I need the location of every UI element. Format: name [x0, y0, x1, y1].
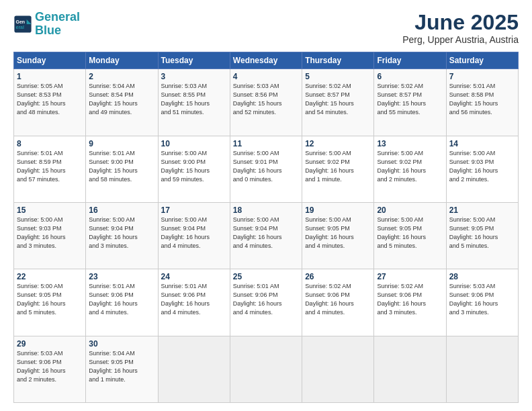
day-number: 3 [161, 72, 227, 81]
logo: Gen eral GeneralBlue [13, 11, 80, 38]
day-info: Sunrise: 5:00 AM Sunset: 9:02 PM Dayligh… [377, 149, 443, 184]
calendar-title: June 2025 [402, 11, 519, 34]
day-number: 19 [305, 205, 371, 215]
col-saturday: Saturday [446, 52, 518, 69]
calendar-cell-w5-d5 [374, 336, 446, 402]
day-info: Sunrise: 5:01 AM Sunset: 8:59 PM Dayligh… [17, 149, 83, 184]
day-info: Sunrise: 5:04 AM Sunset: 8:54 PM Dayligh… [89, 82, 154, 117]
calendar-cell-w2-d5: 13Sunrise: 5:00 AM Sunset: 9:02 PM Dayli… [374, 136, 446, 202]
day-number: 23 [89, 272, 154, 281]
day-number: 11 [233, 139, 299, 148]
day-number: 30 [89, 339, 154, 349]
day-number: 27 [377, 272, 443, 281]
day-number: 17 [161, 205, 227, 215]
day-number: 21 [449, 205, 515, 215]
day-info: Sunrise: 5:03 AM Sunset: 8:55 PM Dayligh… [161, 82, 227, 117]
col-sunday: Sunday [14, 52, 86, 69]
day-number: 12 [305, 139, 371, 148]
calendar-week-4: 22Sunrise: 5:00 AM Sunset: 9:05 PM Dayli… [14, 269, 519, 336]
day-info: Sunrise: 5:01 AM Sunset: 9:06 PM Dayligh… [89, 282, 154, 317]
day-info: Sunrise: 5:00 AM Sunset: 9:04 PM Dayligh… [89, 216, 154, 250]
calendar-cell-w4-d0: 22Sunrise: 5:00 AM Sunset: 9:05 PM Dayli… [14, 269, 86, 336]
day-info: Sunrise: 5:00 AM Sunset: 9:03 PM Dayligh… [17, 216, 83, 250]
calendar-cell-w1-d3: 4Sunrise: 5:03 AM Sunset: 8:56 PM Daylig… [230, 69, 302, 136]
day-info: Sunrise: 5:03 AM Sunset: 8:56 PM Dayligh… [233, 82, 299, 117]
day-number: 25 [233, 272, 299, 281]
calendar-week-2: 8Sunrise: 5:01 AM Sunset: 8:59 PM Daylig… [14, 136, 519, 202]
day-info: Sunrise: 5:02 AM Sunset: 8:57 PM Dayligh… [305, 82, 371, 117]
calendar-cell-w2-d1: 9Sunrise: 5:01 AM Sunset: 9:00 PM Daylig… [86, 136, 158, 202]
col-friday: Friday [374, 52, 446, 69]
calendar-cell-w4-d3: 25Sunrise: 5:01 AM Sunset: 9:06 PM Dayli… [230, 269, 302, 336]
calendar-cell-w5-d6 [446, 336, 518, 402]
calendar-cell-w3-d1: 16Sunrise: 5:00 AM Sunset: 9:04 PM Dayli… [86, 202, 158, 269]
calendar-cell-w5-d4 [302, 336, 374, 402]
calendar-cell-w2-d3: 11Sunrise: 5:00 AM Sunset: 9:01 PM Dayli… [230, 136, 302, 202]
calendar-cell-w1-d2: 3Sunrise: 5:03 AM Sunset: 8:55 PM Daylig… [158, 69, 230, 136]
col-wednesday: Wednesday [230, 52, 302, 69]
calendar-cell-w2-d2: 10Sunrise: 5:00 AM Sunset: 9:00 PM Dayli… [158, 136, 230, 202]
day-number: 4 [233, 72, 299, 81]
calendar-cell-w4-d5: 27Sunrise: 5:02 AM Sunset: 9:06 PM Dayli… [374, 269, 446, 336]
day-number: 24 [161, 272, 227, 281]
day-info: Sunrise: 5:00 AM Sunset: 9:05 PM Dayligh… [377, 216, 443, 250]
col-thursday: Thursday [302, 52, 374, 69]
day-number: 7 [449, 72, 515, 81]
day-info: Sunrise: 5:00 AM Sunset: 9:00 PM Dayligh… [161, 149, 227, 184]
day-info: Sunrise: 5:05 AM Sunset: 8:53 PM Dayligh… [17, 82, 83, 117]
day-number: 10 [161, 139, 227, 148]
day-info: Sunrise: 5:01 AM Sunset: 9:00 PM Dayligh… [89, 149, 154, 184]
calendar-cell-w4-d2: 24Sunrise: 5:01 AM Sunset: 9:06 PM Dayli… [158, 269, 230, 336]
calendar-cell-w2-d6: 14Sunrise: 5:00 AM Sunset: 9:03 PM Dayli… [446, 136, 518, 202]
day-number: 16 [89, 205, 154, 215]
calendar-cell-w3-d4: 19Sunrise: 5:00 AM Sunset: 9:05 PM Dayli… [302, 202, 374, 269]
col-monday: Monday [86, 52, 158, 69]
calendar-cell-w3-d0: 15Sunrise: 5:00 AM Sunset: 9:03 PM Dayli… [14, 202, 86, 269]
day-info: Sunrise: 5:00 AM Sunset: 9:05 PM Dayligh… [17, 282, 83, 317]
day-number: 1 [17, 72, 83, 81]
day-info: Sunrise: 5:03 AM Sunset: 9:06 PM Dayligh… [449, 282, 515, 317]
calendar-week-3: 15Sunrise: 5:00 AM Sunset: 9:03 PM Dayli… [14, 202, 519, 269]
day-info: Sunrise: 5:03 AM Sunset: 9:06 PM Dayligh… [17, 349, 83, 384]
day-number: 9 [89, 139, 154, 148]
calendar-cell-w2-d4: 12Sunrise: 5:00 AM Sunset: 9:02 PM Dayli… [302, 136, 374, 202]
calendar-table: Sunday Monday Tuesday Wednesday Thursday… [13, 52, 519, 403]
calendar-cell-w5-d0: 29Sunrise: 5:03 AM Sunset: 9:06 PM Dayli… [14, 336, 86, 402]
day-info: Sunrise: 5:02 AM Sunset: 8:57 PM Dayligh… [377, 82, 443, 117]
calendar-cell-w5-d2 [158, 336, 230, 402]
calendar-cell-w1-d5: 6Sunrise: 5:02 AM Sunset: 8:57 PM Daylig… [374, 69, 446, 136]
day-number: 13 [377, 139, 443, 148]
day-info: Sunrise: 5:02 AM Sunset: 9:06 PM Dayligh… [377, 282, 443, 317]
calendar-week-5: 29Sunrise: 5:03 AM Sunset: 9:06 PM Dayli… [14, 336, 519, 402]
col-tuesday: Tuesday [158, 52, 230, 69]
day-info: Sunrise: 5:00 AM Sunset: 9:01 PM Dayligh… [233, 149, 299, 184]
page: Gen eral GeneralBlue June 2025 Perg, Upp… [0, 0, 532, 411]
svg-text:Gen: Gen [16, 19, 26, 24]
day-number: 5 [305, 72, 371, 81]
day-number: 6 [377, 72, 443, 81]
calendar-subtitle: Perg, Upper Austria, Austria [402, 34, 519, 45]
calendar-cell-w3-d2: 17Sunrise: 5:00 AM Sunset: 9:04 PM Dayli… [158, 202, 230, 269]
day-info: Sunrise: 5:00 AM Sunset: 9:05 PM Dayligh… [449, 216, 515, 250]
day-number: 22 [17, 272, 83, 281]
calendar-cell-w1-d0: 1Sunrise: 5:05 AM Sunset: 8:53 PM Daylig… [14, 69, 86, 136]
calendar-cell-w2-d0: 8Sunrise: 5:01 AM Sunset: 8:59 PM Daylig… [14, 136, 86, 202]
day-number: 15 [17, 205, 83, 215]
day-info: Sunrise: 5:00 AM Sunset: 9:03 PM Dayligh… [449, 149, 515, 184]
day-number: 28 [449, 272, 515, 281]
day-info: Sunrise: 5:01 AM Sunset: 9:06 PM Dayligh… [161, 282, 227, 317]
calendar-cell-w1-d4: 5Sunrise: 5:02 AM Sunset: 8:57 PM Daylig… [302, 69, 374, 136]
calendar-cell-w1-d6: 7Sunrise: 5:01 AM Sunset: 8:58 PM Daylig… [446, 69, 518, 136]
calendar-week-1: 1Sunrise: 5:05 AM Sunset: 8:53 PM Daylig… [14, 69, 519, 136]
calendar-cell-w5-d1: 30Sunrise: 5:04 AM Sunset: 9:05 PM Dayli… [86, 336, 158, 402]
calendar-cell-w3-d6: 21Sunrise: 5:00 AM Sunset: 9:05 PM Dayli… [446, 202, 518, 269]
day-info: Sunrise: 5:02 AM Sunset: 9:06 PM Dayligh… [305, 282, 371, 317]
calendar-cell-w4-d4: 26Sunrise: 5:02 AM Sunset: 9:06 PM Dayli… [302, 269, 374, 336]
header: Gen eral GeneralBlue June 2025 Perg, Upp… [13, 11, 519, 45]
day-number: 2 [89, 72, 154, 81]
logo-icon: Gen eral [13, 15, 32, 34]
day-info: Sunrise: 5:01 AM Sunset: 8:58 PM Dayligh… [449, 82, 515, 117]
day-number: 18 [233, 205, 299, 215]
day-info: Sunrise: 5:00 AM Sunset: 9:02 PM Dayligh… [305, 149, 371, 184]
day-info: Sunrise: 5:01 AM Sunset: 9:06 PM Dayligh… [233, 282, 299, 317]
